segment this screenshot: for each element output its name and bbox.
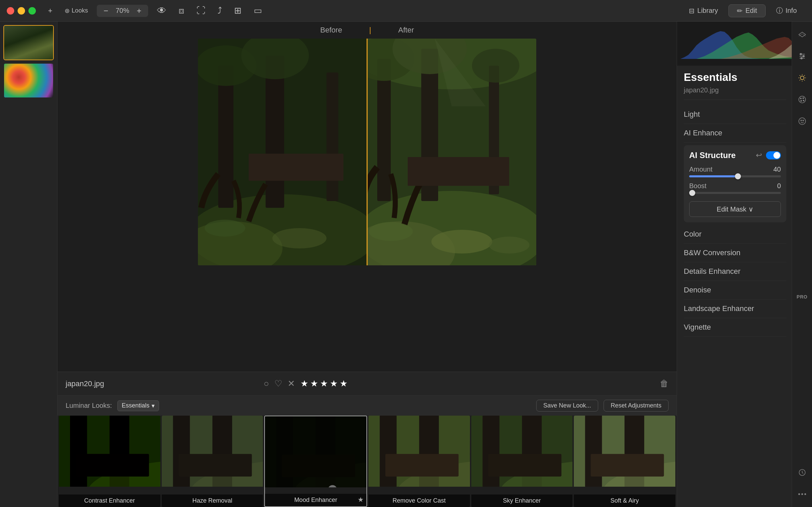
svg-point-62 [803, 56, 804, 57]
info-mode-button[interactable]: ⓘ Info [768, 4, 805, 18]
zoom-minus-button[interactable]: − [101, 6, 111, 16]
split-image-wrapper[interactable] [198, 39, 536, 265]
edit-mask-button[interactable]: Edit Mask ∨ [689, 201, 781, 217]
svg-point-76 [803, 100, 804, 101]
image-after [367, 39, 536, 265]
panel-item-color[interactable]: Color [684, 225, 786, 244]
history-icon-button[interactable] [795, 465, 810, 480]
svg-point-9 [205, 220, 245, 237]
center-area: Before | After [58, 22, 677, 507]
looks-dropdown[interactable]: Essentials ▾ [117, 400, 159, 411]
toggle-knob [773, 152, 780, 159]
eye-icon-button[interactable]: 👁 [154, 4, 170, 18]
edit-icon: ✏ [737, 7, 743, 15]
look-thumb-soft-airy[interactable]: Soft & Airy [574, 416, 675, 507]
ai-panel-controls: ↩ [756, 151, 781, 160]
svg-rect-47 [385, 454, 458, 477]
share-button[interactable]: ⤴ [214, 4, 225, 17]
looks-label: Luminar Looks: [66, 402, 112, 410]
library-icon: ⊟ [689, 7, 695, 15]
amount-label: Amount [689, 166, 713, 173]
add-button[interactable]: + [45, 5, 56, 17]
star-1[interactable]: ★ [300, 378, 308, 389]
ai-structure-toggle[interactable] [766, 151, 781, 159]
crop-button[interactable]: ⛶ [193, 4, 209, 17]
look-thumb-haze-removal[interactable]: Haze Removal [162, 416, 263, 507]
maximize-button[interactable] [28, 7, 36, 15]
svg-point-77 [800, 101, 802, 102]
grid-button[interactable]: ⊞ [231, 4, 245, 17]
boost-slider-track[interactable] [689, 192, 781, 194]
panel-item-light[interactable]: Light [684, 105, 786, 124]
library-mode-button[interactable]: ⊟ Library [680, 4, 726, 17]
boost-slider-thumb[interactable] [689, 190, 695, 196]
before-label: Before [307, 26, 356, 35]
star-5[interactable]: ★ [340, 378, 347, 389]
face-icon-button[interactable] [795, 114, 810, 129]
right-icon-column: PRO [792, 22, 812, 507]
amount-slider-track[interactable] [689, 175, 781, 177]
star-2[interactable]: ★ [310, 378, 318, 389]
look-thumb-remove-color-cast[interactable]: Remove Color Cast [368, 416, 470, 507]
svg-point-75 [803, 98, 804, 99]
svg-line-72 [804, 75, 805, 76]
heart-icon[interactable]: ♡ [274, 378, 282, 389]
zoom-plus-button[interactable]: + [134, 6, 144, 16]
panel-item-bw-conversion[interactable]: B&W Conversion [684, 244, 786, 262]
svg-point-23 [431, 230, 492, 254]
looks-actions: Save New Look... Reset Adjustments [536, 400, 669, 412]
svg-line-70 [804, 80, 805, 81]
look-label-haze-removal: Haze Removal [162, 494, 263, 507]
look-thumb-contrast-enhancer[interactable]: Contrast Enhancer [59, 416, 160, 507]
panel-title: Essentials [684, 71, 786, 84]
palette-icon-button[interactable] [795, 92, 810, 107]
look-thumb-img-haze [162, 416, 263, 487]
svg-point-74 [800, 98, 801, 99]
layers-icon-button[interactable] [795, 27, 810, 42]
circle-icon[interactable]: ○ [264, 378, 269, 389]
thumbnail-item-1[interactable] [3, 63, 54, 98]
sun-icon-button[interactable] [795, 70, 810, 85]
look-thumb-sky-enhancer[interactable]: Sky Enhancer [471, 416, 573, 507]
close-button[interactable] [7, 7, 14, 15]
amount-label-row: Amount 40 [689, 166, 781, 173]
looks-button[interactable]: ⊛ Looks [61, 6, 91, 16]
thumbnail-item-0[interactable] [3, 25, 54, 60]
trash-icon[interactable]: 🗑 [660, 378, 669, 389]
minimize-button[interactable] [18, 7, 25, 15]
edit-mode-button[interactable]: ✏ Edit [728, 4, 765, 17]
window-button[interactable]: ▭ [250, 4, 266, 17]
file-name: japan20.jpg [66, 379, 104, 388]
panel-item-denoise[interactable]: Denoise [684, 281, 786, 300]
svg-point-80 [803, 120, 804, 121]
ai-structure-reset-button[interactable]: ↩ [756, 151, 762, 160]
look-label-soft-airy: Soft & Airy [574, 494, 675, 507]
thumb-strip: Contrast Enhancer Haze Removal [58, 416, 677, 507]
histogram-chart [680, 25, 809, 62]
svg-point-78 [799, 118, 806, 125]
svg-point-20 [472, 49, 519, 83]
more-icon-button[interactable] [795, 487, 810, 502]
main-area: Before | After [0, 22, 812, 507]
reset-adjustments-button[interactable]: Reset Adjustments [604, 400, 669, 412]
split-divider[interactable] [367, 39, 368, 265]
star-4[interactable]: ★ [330, 378, 338, 389]
panel-item-details-enhancer[interactable]: Details Enhancer [684, 262, 786, 281]
svg-point-82 [798, 493, 800, 495]
star-3[interactable]: ★ [320, 378, 328, 389]
panel-item-landscape-enhancer[interactable]: Landscape Enhancer [684, 300, 786, 318]
right-sidebar: Essentials japan20.jpg Light AI Enhance … [677, 22, 812, 507]
reject-icon[interactable]: ✕ [288, 378, 295, 389]
sliders-icon-button[interactable] [795, 49, 810, 64]
save-new-look-button[interactable]: Save New Look... [536, 400, 598, 412]
svg-point-73 [799, 96, 806, 103]
ai-structure-title: AI Structure [689, 151, 756, 160]
pro-badge[interactable]: PRO [795, 289, 810, 304]
look-thumb-mood-enhancer[interactable]: Mood Enhancer ★ [264, 416, 367, 507]
svg-rect-29 [76, 454, 149, 477]
split-view-button[interactable]: ⧈ [175, 4, 188, 17]
file-bar-center: ○ ♡ ✕ ★ ★ ★ ★ ★ [264, 378, 347, 389]
panel-item-ai-enhance[interactable]: AI Enhance [684, 124, 786, 142]
amount-slider-thumb[interactable] [735, 173, 741, 179]
panel-item-vignette[interactable]: Vignette [684, 318, 786, 337]
